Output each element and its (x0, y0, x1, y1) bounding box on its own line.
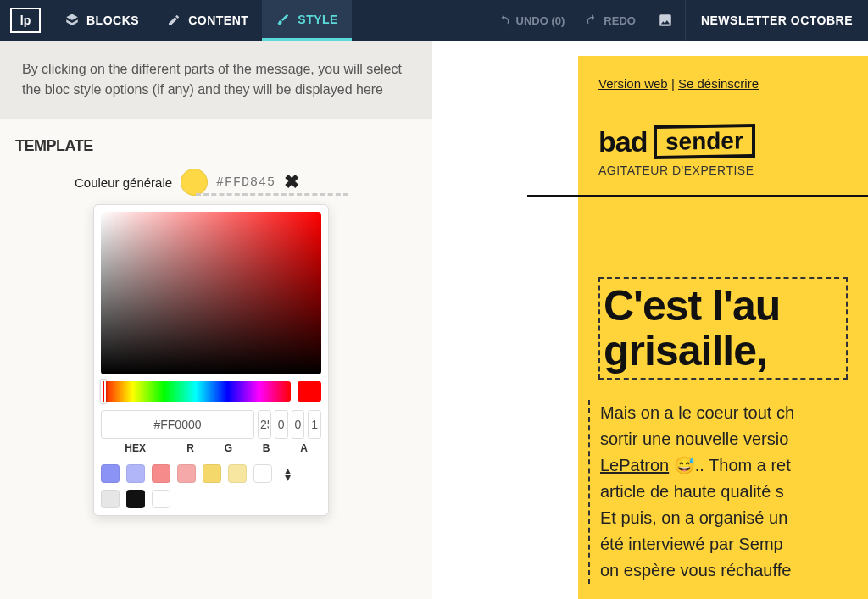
hex-label: HEX (101, 442, 170, 454)
brush-icon (275, 12, 291, 27)
brand-right: sender (654, 124, 755, 159)
headline-line-1: C'est l'au (604, 284, 846, 329)
preset-swatch[interactable] (177, 464, 196, 483)
preset-swatch[interactable] (253, 464, 272, 483)
brand-left: bad (598, 125, 647, 158)
headline-block[interactable]: C'est l'au grisaille, (598, 277, 848, 380)
preset-swatch[interactable] (126, 464, 145, 483)
undo-icon (498, 14, 511, 27)
tab-blocks[interactable]: BLOCKS (51, 0, 153, 41)
a-input[interactable] (308, 410, 321, 439)
color-swatch[interactable] (181, 169, 208, 196)
preview-panel: Version web | Se désinscrire bad sender … (432, 41, 868, 599)
sv-panel[interactable] (101, 212, 321, 374)
hint-text: By clicking on the different parts of th… (0, 41, 432, 119)
pencil-icon (166, 13, 181, 28)
undo-button[interactable]: UNDO (0) (487, 14, 576, 27)
property-label: Couleur générale (75, 175, 172, 190)
document-name: NEWSLETTER OCTOBRE (686, 14, 868, 27)
redo-icon (585, 14, 598, 27)
b-label: B (249, 442, 284, 454)
preset-swatch[interactable] (203, 464, 221, 483)
a-label: A (287, 442, 321, 454)
body-link[interactable]: LePatron (600, 456, 669, 474)
blocks-icon (64, 13, 80, 28)
image-button[interactable] (646, 13, 685, 28)
redo-button[interactable]: REDO (575, 14, 646, 27)
undo-label: UNDO (0) (516, 14, 565, 27)
top-links: Version web | Se désinscrire (598, 76, 848, 91)
color-picker: HEX R G B A ▴▾ (93, 204, 329, 516)
g-input[interactable] (275, 410, 288, 439)
redo-label: REDO (604, 14, 636, 27)
b-input[interactable] (292, 410, 305, 439)
unsubscribe-link[interactable]: Se désinscrire (678, 76, 759, 91)
tab-blocks-label: BLOCKS (86, 14, 139, 27)
email-canvas[interactable]: Version web | Se désinscrire bad sender … (578, 56, 868, 599)
logo[interactable]: lp (10, 8, 41, 33)
sidebar: By clicking on the different parts of th… (0, 41, 432, 599)
preset-swatch[interactable] (126, 490, 145, 508)
topbar: lp BLOCKS CONTENT STYLE UNDO (0) REDO NE… (0, 0, 868, 41)
r-input[interactable] (258, 410, 271, 439)
brand-tagline: AGITATEUR D'EXPERTISE (598, 164, 848, 177)
version-web-link[interactable]: Version web (598, 76, 668, 91)
hue-handle[interactable] (101, 380, 106, 403)
close-icon[interactable]: ✖ (284, 171, 299, 193)
horizontal-rule (527, 195, 868, 197)
color-preview (298, 381, 321, 402)
preset-swatch[interactable] (101, 490, 120, 508)
tab-content-label: CONTENT (188, 14, 248, 27)
headline-line-2: grisaille, (604, 329, 846, 374)
template-heading: TEMPLATE (0, 119, 432, 164)
swatch-pager[interactable]: ▴▾ (279, 467, 296, 481)
preset-swatch[interactable] (101, 464, 120, 483)
hex-input[interactable] (101, 410, 254, 439)
r-label: R (173, 442, 208, 454)
g-label: G (211, 442, 246, 454)
body-text[interactable]: Mais on a le coeur tout ch sortir une no… (588, 400, 848, 584)
preset-swatch[interactable] (152, 464, 170, 483)
tab-style[interactable]: STYLE (262, 0, 352, 41)
brand: bad sender (598, 125, 848, 158)
swatch-row-1: ▴▾ (101, 464, 321, 483)
tab-style-label: STYLE (298, 13, 338, 26)
preset-swatch[interactable] (152, 490, 170, 508)
hue-slider[interactable] (101, 381, 291, 402)
color-hex: #FFD845 (216, 175, 275, 190)
preset-swatch[interactable] (228, 464, 247, 483)
tab-content[interactable]: CONTENT (153, 0, 262, 41)
swatch-row-2 (101, 490, 321, 508)
